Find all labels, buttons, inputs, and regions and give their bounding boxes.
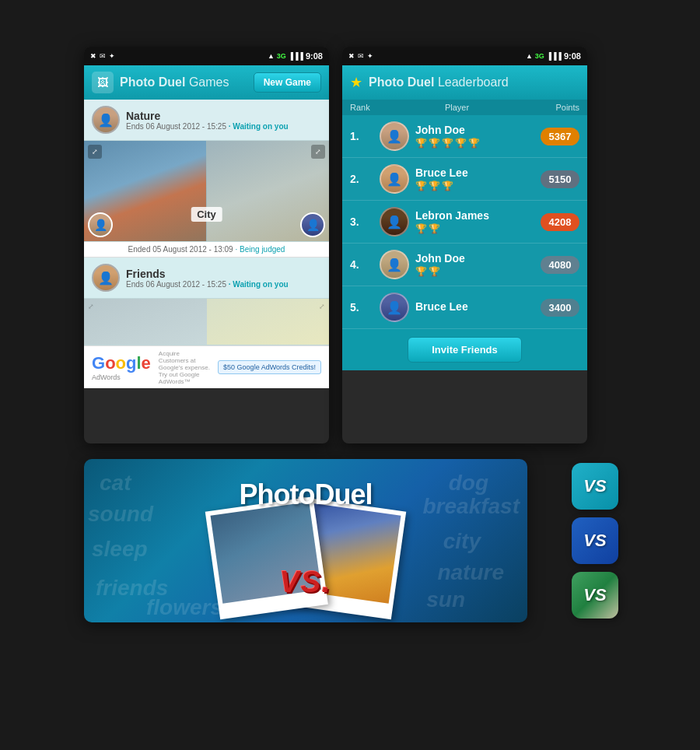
game-info-friends: Friends Ends 06 August 2012 - 15:25 · Wa… bbox=[126, 268, 321, 289]
trophies-2: 🏆 🏆 🏆 bbox=[415, 180, 534, 191]
avatar-3: 👤 bbox=[380, 207, 409, 237]
vs-overlay: VS. bbox=[279, 566, 331, 599]
lb-title: Photo Duel Leaderboard bbox=[369, 75, 509, 89]
invite-friends-button[interactable]: Invite Friends bbox=[408, 337, 522, 363]
lb-row-3[interactable]: 3. 👤 Lebron James 🏆 🏆 4208 bbox=[342, 201, 587, 244]
trophy: 🏆 bbox=[415, 223, 427, 234]
app-header-left: 🖼 Photo Duel Games New Game bbox=[84, 65, 329, 100]
city-game-status: Ended 05 August 2012 - 13:09 · Being jud… bbox=[84, 242, 329, 258]
avatar-4: 👤 bbox=[380, 250, 409, 279]
banner-title-text: PhotoDuel bbox=[240, 478, 373, 510]
bg-word-nature: nature bbox=[437, 560, 504, 585]
trophy: 🏆 bbox=[468, 138, 480, 149]
status-icons-right-left: ✖ ✉ ✦ bbox=[348, 52, 373, 60]
game-meta-friends: Ends 06 August 2012 - 15:25 · Waiting on… bbox=[126, 280, 321, 289]
avatar-5: 👤 bbox=[380, 293, 409, 322]
new-game-button[interactable]: New Game bbox=[254, 72, 321, 93]
avatar-overlay-right: 👤 bbox=[300, 212, 325, 237]
mute-icon-r: ✖ bbox=[348, 52, 355, 60]
status-bar-left: ✖ ✉ ✦ ▲ 3G ▐▐▐ 9:08 bbox=[84, 47, 329, 65]
trophy: 🏆 bbox=[415, 180, 427, 191]
app-title-left: Photo Duel Games bbox=[120, 75, 247, 89]
game-info-nature: Nature Ends 06 August 2012 - 15:25 · Wai… bbox=[126, 110, 321, 131]
game-item-friends[interactable]: 👤 Friends Ends 06 August 2012 - 15:25 · … bbox=[84, 258, 329, 299]
ad-banner[interactable]: Google AdWords Acquire Customers at Goog… bbox=[84, 345, 329, 388]
trophy: 🏆 bbox=[429, 180, 440, 191]
adwords-label: AdWords bbox=[92, 373, 151, 381]
app-icon-left: 🖼 bbox=[92, 72, 114, 93]
battery-icon: ▐▐▐ bbox=[289, 52, 303, 60]
leaderboard-list: 1. 👤 John Doe 🏆 🏆 🏆 🏆 🏆 5367 2. 👤 Bruce … bbox=[342, 115, 587, 329]
left-phone: ✖ ✉ ✦ ▲ 3G ▐▐▐ 9:08 🖼 Photo Duel Games N… bbox=[84, 47, 329, 443]
time-right: 9:08 bbox=[564, 51, 581, 61]
game-meta-nature: Ends 06 August 2012 - 15:25 · Waiting on… bbox=[126, 122, 321, 131]
signal-icon: 3G bbox=[277, 52, 286, 60]
lb-row-5[interactable]: 5. 👤 Bruce Lee 3400 bbox=[342, 286, 587, 329]
photo-left: ⤢ 👤 bbox=[84, 141, 207, 241]
invite-btn-row: Invite Friends bbox=[342, 329, 587, 370]
lb-info-1: John Doe 🏆 🏆 🏆 🏆 🏆 bbox=[415, 124, 534, 149]
banner-photo-left bbox=[205, 496, 328, 619]
voicemail-icon: ✉ bbox=[100, 52, 106, 60]
col-points: Points bbox=[533, 103, 579, 112]
trophy: 🏆 bbox=[429, 223, 440, 234]
bg-word-city: city bbox=[443, 529, 481, 554]
points-1: 5367 bbox=[541, 128, 579, 145]
trophies-4: 🏆 🏆 bbox=[415, 266, 534, 277]
points-3: 4208 bbox=[541, 213, 579, 231]
bg-word-sleep: sleep bbox=[92, 537, 148, 562]
app-icon-3[interactable]: VS bbox=[572, 572, 618, 619]
signal-icon-r: 3G bbox=[535, 52, 544, 60]
status-time-right: ▲ 3G ▐▐▐ 9:08 bbox=[526, 51, 581, 61]
star-icon: ★ bbox=[350, 74, 362, 91]
lb-row-1[interactable]: 1. 👤 John Doe 🏆 🏆 🏆 🏆 🏆 5367 bbox=[342, 115, 587, 158]
trophy: 🏆 bbox=[455, 138, 467, 149]
rank-5: 5. bbox=[350, 301, 373, 314]
avatar-1: 👤 bbox=[380, 121, 409, 151]
wifi-icon-r: ▲ bbox=[526, 52, 533, 60]
avatar-friends: 👤 bbox=[92, 264, 120, 292]
status-icons-left: ✖ ✉ ✦ bbox=[90, 52, 115, 60]
bottom-banner: cat sound dog breakfast sleep city frien… bbox=[84, 459, 527, 622]
trophy: 🏆 bbox=[442, 138, 453, 149]
rank-3: 3. bbox=[350, 216, 373, 228]
game-item-nature[interactable]: 👤 Nature Ends 06 August 2012 - 15:25 · W… bbox=[84, 100, 329, 141]
battery-icon-r: ▐▐▐ bbox=[547, 52, 562, 60]
rank-1: 1. bbox=[350, 130, 373, 142]
player-name-4: John Doe bbox=[415, 252, 534, 265]
player-name-3: Lebron James bbox=[415, 209, 534, 222]
photo-label-city: City bbox=[191, 207, 222, 222]
google-logo: Google AdWords bbox=[92, 353, 151, 381]
col-rank: Rank bbox=[350, 103, 381, 112]
photo-corner-tr: ⤢ bbox=[311, 145, 325, 159]
rank-4: 4. bbox=[350, 258, 373, 271]
player-name-2: Bruce Lee bbox=[415, 166, 534, 179]
trophy: 🏆 bbox=[415, 266, 427, 277]
leaderboard-header: ★ Photo Duel Leaderboard bbox=[342, 65, 587, 100]
game-name-nature: Nature bbox=[126, 110, 321, 122]
status-icons-right: ▲ 3G ▐▐▐ 9:08 bbox=[268, 51, 323, 61]
avatar-2: 👤 bbox=[380, 164, 409, 194]
photo-block-city: ⤢ 👤 ⤢ 👤 City bbox=[84, 141, 329, 242]
avatar-nature: 👤 bbox=[92, 106, 120, 134]
points-4: 4080 bbox=[541, 256, 579, 274]
status-bar-right: ✖ ✉ ✦ ▲ 3G ▐▐▐ 9:08 bbox=[342, 47, 587, 65]
lb-row-2[interactable]: 2. 👤 Bruce Lee 🏆 🏆 🏆 5150 bbox=[342, 158, 587, 201]
photo-right: ⤢ 👤 bbox=[207, 141, 329, 241]
rank-2: 2. bbox=[350, 173, 373, 185]
avatar-overlay-left: 👤 bbox=[88, 212, 113, 237]
ad-offer[interactable]: $50 Google AdWords Credits! bbox=[218, 360, 321, 374]
trophy: 🏆 bbox=[429, 138, 440, 149]
lb-info-3: Lebron James 🏆 🏆 bbox=[415, 209, 534, 234]
app-icon-2[interactable]: VS bbox=[572, 517, 618, 564]
app-icon-1[interactable]: VS bbox=[572, 463, 618, 510]
photo-empty-right: ⤢ bbox=[207, 299, 330, 345]
lb-info-2: Bruce Lee 🏆 🏆 🏆 bbox=[415, 166, 534, 191]
bluetooth-icon-r: ✦ bbox=[367, 52, 373, 60]
col-player: Player bbox=[381, 103, 533, 112]
lb-row-4[interactable]: 4. 👤 John Doe 🏆 🏆 4080 bbox=[342, 244, 587, 286]
trophy: 🏆 bbox=[415, 138, 427, 149]
photo-corner-tl: ⤢ bbox=[88, 145, 102, 159]
lb-info-4: John Doe 🏆 🏆 bbox=[415, 252, 534, 277]
lb-info-5: Bruce Lee bbox=[415, 300, 534, 314]
